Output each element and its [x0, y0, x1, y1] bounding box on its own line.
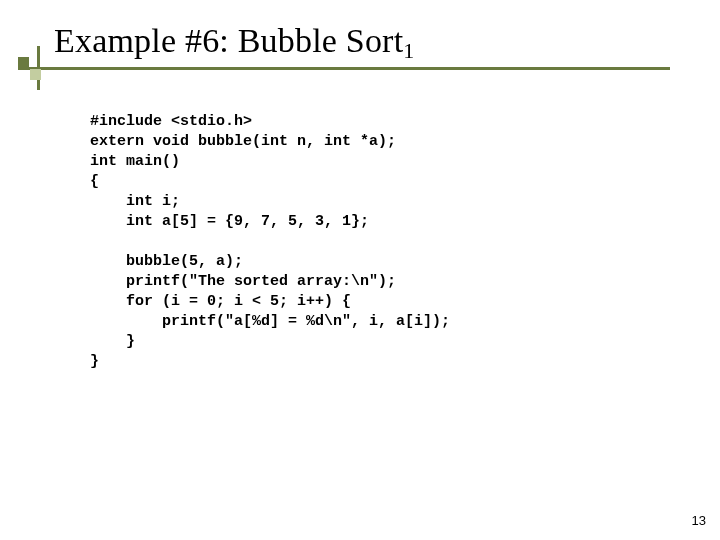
code-line: printf("The sorted array:\n"); [90, 273, 396, 290]
code-block: #include <stdio.h> extern void bubble(in… [90, 112, 650, 372]
title-subscript: 1 [403, 38, 414, 63]
code-line: int a[5] = {9, 7, 5, 3, 1}; [90, 213, 369, 230]
title-text: Example #6: Bubble Sort [54, 22, 403, 59]
page-number: 13 [692, 513, 706, 528]
corner-square-dark [18, 57, 29, 68]
code-line: } [90, 353, 99, 370]
slide-title: Example #6: Bubble Sort1 [54, 22, 415, 60]
code-line: for (i = 0; i < 5; i++) { [90, 293, 351, 310]
code-line: int main() [90, 153, 180, 170]
title-vertical-rule [37, 46, 40, 90]
code-line: bubble(5, a); [90, 253, 243, 270]
corner-square-light [30, 69, 41, 80]
code-line: int i; [90, 193, 180, 210]
code-line: } [90, 333, 135, 350]
title-underline [18, 67, 670, 70]
code-line: #include <stdio.h> [90, 113, 252, 130]
code-line: extern void bubble(int n, int *a); [90, 133, 396, 150]
code-line: printf("a[%d] = %d\n", i, a[i]); [90, 313, 450, 330]
slide: Example #6: Bubble Sort1 #include <stdio… [0, 0, 720, 540]
code-line: { [90, 173, 99, 190]
